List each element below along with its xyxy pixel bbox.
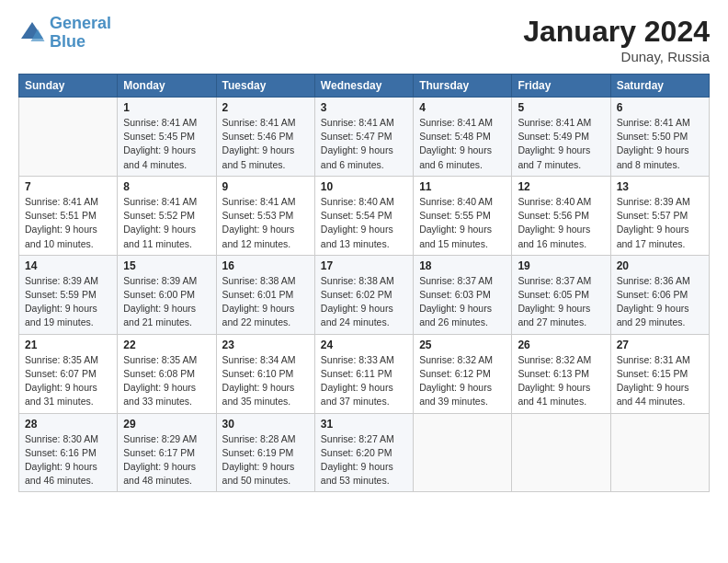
week-row-2: 14Sunrise: 8:39 AMSunset: 5:59 PMDayligh… [19, 255, 710, 334]
month-title: January 2024 [523, 15, 710, 49]
day-cell: 28Sunrise: 8:30 AMSunset: 6:16 PMDayligh… [19, 413, 118, 492]
week-row-4: 28Sunrise: 8:30 AMSunset: 6:16 PMDayligh… [19, 413, 710, 492]
title-block: January 2024 Dunay, Russia [523, 15, 710, 64]
col-saturday: Saturday [610, 75, 709, 98]
logo-icon [18, 19, 46, 47]
col-tuesday: Tuesday [216, 75, 314, 98]
day-number: 16 [222, 259, 309, 272]
day-info: Sunrise: 8:34 AMSunset: 6:10 PMDaylight:… [222, 353, 309, 409]
location: Dunay, Russia [523, 49, 710, 64]
day-cell: 18Sunrise: 8:37 AMSunset: 6:03 PMDayligh… [414, 255, 512, 334]
day-cell: 6Sunrise: 8:41 AMSunset: 5:50 PMDaylight… [610, 98, 709, 177]
day-number: 30 [222, 418, 309, 431]
day-cell: 2Sunrise: 8:41 AMSunset: 5:46 PMDaylight… [216, 98, 314, 177]
day-info: Sunrise: 8:39 AMSunset: 5:57 PMDaylight:… [617, 195, 703, 251]
day-number: 22 [123, 339, 210, 351]
day-info: Sunrise: 8:40 AMSunset: 5:54 PMDaylight:… [321, 195, 407, 251]
day-cell: 11Sunrise: 8:40 AMSunset: 5:55 PMDayligh… [414, 176, 512, 255]
header: General Blue January 2024 Dunay, Russia [18, 15, 710, 64]
day-cell: 7Sunrise: 8:41 AMSunset: 5:51 PMDaylight… [19, 176, 118, 255]
day-cell [414, 413, 512, 492]
day-cell: 15Sunrise: 8:39 AMSunset: 6:00 PMDayligh… [118, 255, 216, 334]
day-cell: 8Sunrise: 8:41 AMSunset: 5:52 PMDaylight… [118, 176, 216, 255]
day-info: Sunrise: 8:41 AMSunset: 5:47 PMDaylight:… [321, 116, 407, 172]
day-number: 14 [25, 259, 111, 272]
col-monday: Monday [118, 75, 216, 98]
day-number: 10 [321, 180, 407, 193]
day-number: 8 [123, 180, 210, 193]
day-info: Sunrise: 8:36 AMSunset: 6:06 PMDaylight:… [617, 274, 703, 330]
logo-general: General [50, 14, 111, 32]
day-number: 5 [518, 101, 604, 114]
day-number: 9 [222, 180, 309, 193]
col-friday: Friday [512, 75, 610, 98]
day-number: 15 [123, 259, 210, 272]
day-number: 12 [518, 180, 604, 193]
day-info: Sunrise: 8:41 AMSunset: 5:45 PMDaylight:… [123, 116, 210, 172]
day-number: 2 [222, 101, 309, 114]
day-number: 4 [419, 101, 506, 114]
day-info: Sunrise: 8:40 AMSunset: 5:55 PMDaylight:… [419, 195, 506, 251]
day-info: Sunrise: 8:33 AMSunset: 6:11 PMDaylight:… [321, 353, 407, 409]
day-info: Sunrise: 8:32 AMSunset: 6:12 PMDaylight:… [419, 353, 506, 409]
day-cell: 23Sunrise: 8:34 AMSunset: 6:10 PMDayligh… [216, 334, 314, 413]
day-info: Sunrise: 8:41 AMSunset: 5:48 PMDaylight:… [419, 116, 506, 172]
day-info: Sunrise: 8:41 AMSunset: 5:53 PMDaylight:… [222, 195, 309, 251]
day-number: 26 [518, 339, 604, 351]
header-row: Sunday Monday Tuesday Wednesday Thursday… [19, 75, 710, 98]
day-cell: 4Sunrise: 8:41 AMSunset: 5:48 PMDaylight… [414, 98, 512, 177]
col-sunday: Sunday [19, 75, 118, 98]
calendar-table: Sunday Monday Tuesday Wednesday Thursday… [18, 74, 710, 492]
col-thursday: Thursday [414, 75, 512, 98]
day-cell: 9Sunrise: 8:41 AMSunset: 5:53 PMDaylight… [216, 176, 314, 255]
day-number: 27 [617, 339, 703, 351]
day-number: 24 [321, 339, 407, 351]
day-info: Sunrise: 8:30 AMSunset: 6:16 PMDaylight:… [25, 432, 111, 488]
day-number: 20 [617, 259, 703, 272]
week-row-1: 7Sunrise: 8:41 AMSunset: 5:51 PMDaylight… [19, 176, 710, 255]
day-info: Sunrise: 8:41 AMSunset: 5:51 PMDaylight:… [25, 195, 111, 251]
day-info: Sunrise: 8:32 AMSunset: 6:13 PMDaylight:… [518, 353, 604, 409]
day-info: Sunrise: 8:38 AMSunset: 6:01 PMDaylight:… [222, 274, 309, 330]
day-cell: 3Sunrise: 8:41 AMSunset: 5:47 PMDaylight… [314, 98, 413, 177]
day-info: Sunrise: 8:35 AMSunset: 6:07 PMDaylight:… [25, 353, 111, 409]
day-cell: 19Sunrise: 8:37 AMSunset: 6:05 PMDayligh… [512, 255, 610, 334]
calendar-header: Sunday Monday Tuesday Wednesday Thursday… [19, 75, 710, 98]
day-cell: 24Sunrise: 8:33 AMSunset: 6:11 PMDayligh… [314, 334, 413, 413]
day-info: Sunrise: 8:41 AMSunset: 5:46 PMDaylight:… [222, 116, 309, 172]
day-number: 11 [419, 180, 506, 193]
day-info: Sunrise: 8:41 AMSunset: 5:49 PMDaylight:… [518, 116, 604, 172]
day-info: Sunrise: 8:29 AMSunset: 6:17 PMDaylight:… [123, 432, 210, 488]
day-cell: 31Sunrise: 8:27 AMSunset: 6:20 PMDayligh… [314, 413, 413, 492]
day-cell [19, 98, 118, 177]
day-number: 23 [222, 339, 309, 351]
day-info: Sunrise: 8:37 AMSunset: 6:05 PMDaylight:… [518, 274, 604, 330]
logo-text: General Blue [50, 15, 111, 52]
week-row-3: 21Sunrise: 8:35 AMSunset: 6:07 PMDayligh… [19, 334, 710, 413]
day-number: 1 [123, 101, 210, 114]
day-number: 31 [321, 418, 407, 431]
day-number: 13 [617, 180, 703, 193]
day-cell: 20Sunrise: 8:36 AMSunset: 6:06 PMDayligh… [610, 255, 709, 334]
day-cell: 30Sunrise: 8:28 AMSunset: 6:19 PMDayligh… [216, 413, 314, 492]
day-info: Sunrise: 8:31 AMSunset: 6:15 PMDaylight:… [617, 353, 703, 409]
page: General Blue January 2024 Dunay, Russia … [0, 0, 728, 563]
week-row-0: 1Sunrise: 8:41 AMSunset: 5:45 PMDaylight… [19, 98, 710, 177]
day-cell: 1Sunrise: 8:41 AMSunset: 5:45 PMDaylight… [118, 98, 216, 177]
day-cell: 27Sunrise: 8:31 AMSunset: 6:15 PMDayligh… [610, 334, 709, 413]
day-cell: 5Sunrise: 8:41 AMSunset: 5:49 PMDaylight… [512, 98, 610, 177]
day-number: 28 [25, 418, 111, 431]
day-info: Sunrise: 8:41 AMSunset: 5:50 PMDaylight:… [617, 116, 703, 172]
day-info: Sunrise: 8:28 AMSunset: 6:19 PMDaylight:… [222, 432, 309, 488]
day-number: 3 [321, 101, 407, 114]
day-number: 18 [419, 259, 506, 272]
day-cell: 26Sunrise: 8:32 AMSunset: 6:13 PMDayligh… [512, 334, 610, 413]
day-cell [610, 413, 709, 492]
day-cell: 13Sunrise: 8:39 AMSunset: 5:57 PMDayligh… [610, 176, 709, 255]
day-number: 7 [25, 180, 111, 193]
day-number: 29 [123, 418, 210, 431]
day-number: 25 [419, 339, 506, 351]
day-cell: 14Sunrise: 8:39 AMSunset: 5:59 PMDayligh… [19, 255, 118, 334]
day-info: Sunrise: 8:39 AMSunset: 5:59 PMDaylight:… [25, 274, 111, 330]
day-cell: 29Sunrise: 8:29 AMSunset: 6:17 PMDayligh… [118, 413, 216, 492]
